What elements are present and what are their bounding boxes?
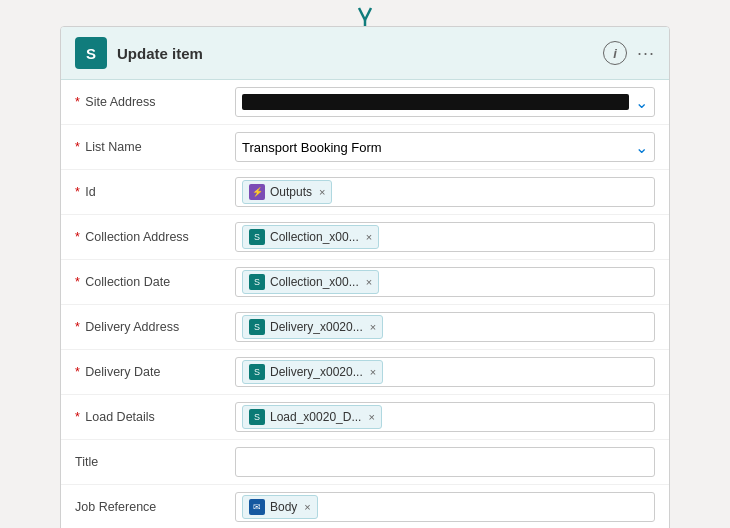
input-site-address[interactable]: ⌄ xyxy=(235,87,655,117)
header-actions: i ··· xyxy=(603,41,655,65)
token-load-details: SLoad_x0020_D...× xyxy=(242,405,382,429)
redacted-value xyxy=(242,94,629,110)
field-row-id: * Id⚡Outputs× xyxy=(61,170,669,215)
label-id: * Id xyxy=(75,185,235,199)
token-text: Delivery_x0020... xyxy=(270,365,363,379)
token-icon-collection-date: S xyxy=(249,274,265,290)
field-row-delivery-address: * Delivery AddressSDelivery_x0020...× xyxy=(61,305,669,350)
token-icon-id: ⚡ xyxy=(249,184,265,200)
info-button[interactable]: i xyxy=(603,41,627,65)
token-remove-button[interactable]: × xyxy=(368,411,374,423)
connector-arrow xyxy=(0,0,730,26)
token-text: Collection_x00... xyxy=(270,275,359,289)
input-id[interactable]: ⚡Outputs× xyxy=(235,177,655,207)
input-delivery-address[interactable]: SDelivery_x0020...× xyxy=(235,312,655,342)
label-delivery-address: * Delivery Address xyxy=(75,320,235,334)
label-job-reference: Job Reference xyxy=(75,500,235,514)
token-remove-button[interactable]: × xyxy=(366,276,372,288)
card-header: S Update item i ··· xyxy=(61,27,669,80)
required-marker: * xyxy=(75,230,83,244)
field-row-title: Title xyxy=(61,440,669,485)
card-title: Update item xyxy=(117,45,593,62)
required-marker: * xyxy=(75,410,83,424)
update-item-card: S Update item i ··· * Site Address⌄* Lis… xyxy=(60,26,670,528)
input-title[interactable] xyxy=(235,447,655,477)
required-marker: * xyxy=(75,95,83,109)
label-load-details: * Load Details xyxy=(75,410,235,424)
token-text: Delivery_x0020... xyxy=(270,320,363,334)
token-remove-button[interactable]: × xyxy=(366,231,372,243)
required-marker: * xyxy=(75,275,83,289)
required-marker: * xyxy=(75,185,83,199)
token-job-reference: ✉Body× xyxy=(242,495,318,519)
token-icon-load-details: S xyxy=(249,409,265,425)
label-title: Title xyxy=(75,455,235,469)
dropdown-value: Transport Booking Form xyxy=(242,140,382,155)
field-row-list-name: * List NameTransport Booking Form⌄ xyxy=(61,125,669,170)
token-icon-collection-address: S xyxy=(249,229,265,245)
token-remove-button[interactable]: × xyxy=(319,186,325,198)
input-job-reference[interactable]: ✉Body× xyxy=(235,492,655,522)
token-collection-address: SCollection_x00...× xyxy=(242,225,379,249)
token-remove-button[interactable]: × xyxy=(370,321,376,333)
label-list-name: * List Name xyxy=(75,140,235,154)
input-list-name[interactable]: Transport Booking Form⌄ xyxy=(235,132,655,162)
field-row-load-details: * Load DetailsSLoad_x0020_D...× xyxy=(61,395,669,440)
token-remove-button[interactable]: × xyxy=(304,501,310,513)
required-marker: * xyxy=(75,365,83,379)
app-icon: S xyxy=(75,37,107,69)
field-row-site-address: * Site Address⌄ xyxy=(61,80,669,125)
dropdown-arrow-icon: ⌄ xyxy=(635,93,648,112)
token-id: ⚡Outputs× xyxy=(242,180,332,204)
field-row-collection-address: * Collection AddressSCollection_x00...× xyxy=(61,215,669,260)
more-options-button[interactable]: ··· xyxy=(637,43,655,64)
field-row-collection-date: * Collection DateSCollection_x00...× xyxy=(61,260,669,305)
label-collection-date: * Collection Date xyxy=(75,275,235,289)
input-collection-date[interactable]: SCollection_x00...× xyxy=(235,267,655,297)
token-text: Body xyxy=(270,500,297,514)
token-icon-delivery-address: S xyxy=(249,319,265,335)
token-icon-job-reference: ✉ xyxy=(249,499,265,515)
input-collection-address[interactable]: SCollection_x00...× xyxy=(235,222,655,252)
label-delivery-date: * Delivery Date xyxy=(75,365,235,379)
token-icon-delivery-date: S xyxy=(249,364,265,380)
label-collection-address: * Collection Address xyxy=(75,230,235,244)
input-load-details[interactable]: SLoad_x0020_D...× xyxy=(235,402,655,432)
dropdown-arrow-icon: ⌄ xyxy=(635,138,648,157)
token-text: Load_x0020_D... xyxy=(270,410,361,424)
token-collection-date: SCollection_x00...× xyxy=(242,270,379,294)
input-delivery-date[interactable]: SDelivery_x0020...× xyxy=(235,357,655,387)
token-text: Outputs xyxy=(270,185,312,199)
field-row-job-reference: Job Reference✉Body× xyxy=(61,485,669,528)
token-delivery-address: SDelivery_x0020...× xyxy=(242,315,383,339)
card-body: * Site Address⌄* List NameTransport Book… xyxy=(61,80,669,528)
token-delivery-date: SDelivery_x0020...× xyxy=(242,360,383,384)
token-remove-button[interactable]: × xyxy=(370,366,376,378)
required-marker: * xyxy=(75,140,83,154)
token-text: Collection_x00... xyxy=(270,230,359,244)
label-site-address: * Site Address xyxy=(75,95,235,109)
field-row-delivery-date: * Delivery DateSDelivery_x0020...× xyxy=(61,350,669,395)
required-marker: * xyxy=(75,320,83,334)
